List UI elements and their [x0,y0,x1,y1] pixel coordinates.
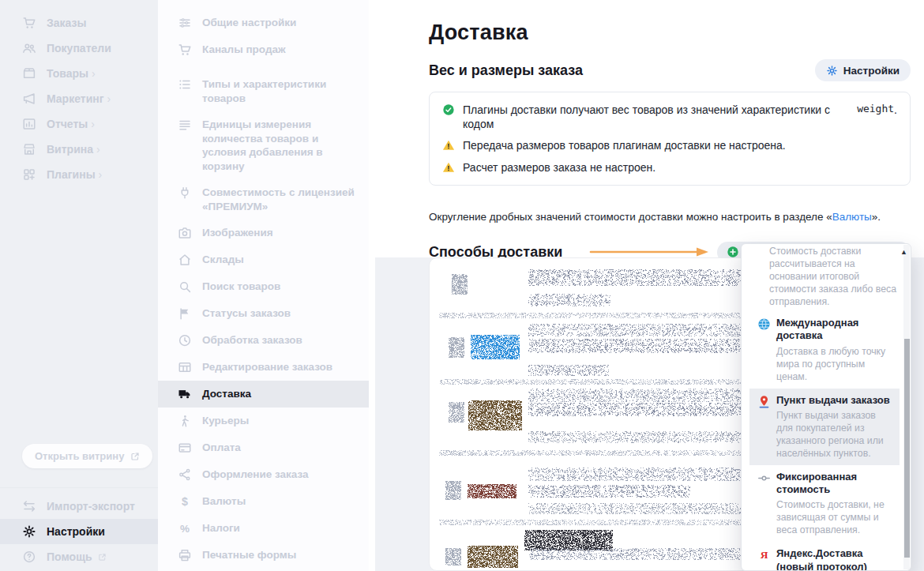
home-icon [178,253,192,267]
sidebar-item-marketing[interactable]: Маркетинг › [0,86,158,111]
question-icon [22,550,36,564]
rounding-note: Округление дробных значений стоимости до… [429,211,911,223]
page-title: Доставка [429,21,911,45]
open-storefront-button[interactable]: Открыть витрину [22,444,152,468]
megaphone-icon [22,92,36,106]
dropdown-item-desc: Пункт выдачи заказов для покупателей из … [776,409,892,460]
sidebar-item-import-export[interactable]: Импорт-экспорт [0,494,158,519]
dropdown-scrollbar-thumb[interactable] [904,339,910,558]
flag-icon [178,306,192,321]
settings-menu-item-label: Типы и характеристики товаров [202,77,355,105]
open-storefront-label: Открыть витрину [35,450,124,462]
dropdown-item-title: Яндекс.Доставка (новый протокол) [776,547,892,571]
sidebar-item-help[interactable]: Помощь [0,544,158,569]
clock-icon [178,333,192,347]
dropdown-item-yandex-delivery[interactable]: Яндекс.Доставка (новый протокол) Расчёт … [749,542,900,571]
camera-icon [178,226,192,240]
settings-menu-item-payment[interactable]: Оплата [158,434,369,461]
settings-menu-item-product-types[interactable]: Типы и характеристики товаров [158,71,369,111]
settings-menu-item-images[interactable]: Изображения [158,220,369,246]
check-circle-icon [442,103,455,116]
dropdown-item-title: Международная доставка [776,317,892,343]
status-message-code: weight [857,103,894,116]
settings-menu-item-order-statuses[interactable]: Статусы заказов [158,300,369,327]
dropdown-item-international[interactable]: Международная доставка Доставка в любую … [749,311,900,389]
external-link-icon [130,452,140,461]
chevron-right-icon: › [107,93,111,104]
settings-menu-panel: Общие настройки Каналы продаж Типы и хар… [158,0,369,571]
settings-menu-item-label: Оформление заказа [202,468,309,482]
settings-menu-item-currencies[interactable]: Валюты [158,488,369,515]
settings-menu-item-label: Склады [202,253,244,267]
globe-icon [757,317,771,331]
scrolled-item-description: Стоимость доставки рассчитывается на осн… [749,245,900,311]
sidebar-item-label: Покупатели [47,42,111,54]
listul-icon [178,77,192,92]
plugin-icon [22,167,36,182]
settings-menu-item-warehouses[interactable]: Склады [158,246,369,273]
chevron-right-icon: › [92,68,96,79]
sidebar-item-label: Маркетинг [47,92,104,105]
settings-menu-item-taxes[interactable]: Налоги [158,515,369,542]
settings-menu-item-checkout[interactable]: Оформление заказа [158,461,369,488]
settings-menu-item-couriers[interactable]: Курьеры [158,408,369,434]
sidebar-item-label: Плагины [47,168,96,181]
settings-menu-item-units[interactable]: Единицы измерения количества товаров и у… [158,111,369,179]
settings-menu-item-label: Курьеры [202,414,249,428]
add-shipping-method-dropdown: Стоимость доставки рассчитывается на осн… [741,243,911,571]
percent-icon [178,521,192,535]
settings-menu-item-sales-channels[interactable]: Каналы продаж [158,36,369,63]
settings-menu-item-label: Совместимость с лицензией «ПРЕМИУМ» [202,186,355,213]
status-message-text: Плагины доставки получают вес товаров из… [463,103,853,131]
gear-icon [826,65,838,77]
flow-icon [178,468,192,482]
status-message-text: Передача размеров товаров плагинам доста… [463,138,786,152]
settings-menu-item-label: Обработка заказов [202,333,302,347]
settings-menu-item-order-editing[interactable]: Редактирование заказов [158,354,369,381]
settings-menu-item-premium-compat[interactable]: Совместимость с лицензией «ПРЕМИУМ» [158,179,369,220]
main-content: Доставка Вес и размеры заказа Настройки … [375,0,924,571]
dollar-icon [178,494,192,509]
scroll-up-icon[interactable]: ▲ [900,249,907,256]
sidebar-item-reports[interactable]: Отчеты › [0,111,158,137]
settings-menu-item-label: Оплата [202,441,241,455]
dropdown-item-pickup-point[interactable]: Пункт выдачи заказов Пункт выдачи заказо… [749,389,900,465]
sidebar-item-plugins[interactable]: Плагины › [0,162,158,187]
plus-circle-icon [727,246,739,258]
settings-menu-item-order-processing[interactable]: Обработка заказов [158,327,369,354]
sidebar-item-settings[interactable]: Настройки [0,519,158,544]
settings-menu-item-general[interactable]: Общие настройки [158,9,369,36]
status-message: Передача размеров товаров плагинам доста… [442,138,897,152]
currencies-link[interactable]: Валюты [832,211,872,223]
status-message: Расчет размеров заказа не настроен. [442,160,897,175]
settings-menu-item-label: Общие настройки [202,16,296,30]
store-icon [22,142,36,156]
settings-menu-item-label: Редактирование заказов [202,360,332,374]
card-icon [178,441,192,455]
weight-settings-button[interactable]: Настройки [815,59,911,81]
search-icon [178,280,192,294]
settings-menu-item-print-forms[interactable]: Печатные формы [158,542,369,569]
settings-menu-item-label: Единицы измерения количества товаров и у… [202,118,355,173]
plug-icon [178,186,192,200]
warning-triangle-icon [442,139,455,152]
sidebar-item-label: Отчеты [47,118,88,130]
weight-section-heading: Вес и размеры заказа [429,62,583,79]
gear-icon [22,524,36,539]
sidebar-item-label: Витрина [47,143,93,156]
settings-menu-item-shipping[interactable]: Доставка [158,381,369,408]
swap-icon [22,499,36,513]
main-sidebar: Заказы Покупатели Товары › Маркетинг › О… [0,0,158,571]
sidebar-item-storefront[interactable]: Витрина › [0,137,158,162]
chevron-right-icon: › [96,144,100,155]
settings-menu-item-product-search[interactable]: Поиск товаров [158,273,369,300]
sidebar-item-customers[interactable]: Покупатели [0,36,158,61]
dropdown-item-fixed-cost[interactable]: Фиксированная стоимость Стоимость достав… [749,465,900,543]
sidebar-item-products[interactable]: Товары › [0,61,158,86]
cart-icon [178,43,192,57]
sidebar-item-label: Заказы [47,17,86,29]
sliders-icon [178,16,192,30]
sidebar-item-orders[interactable]: Заказы [0,10,158,36]
sidebar-item-label: Импорт-экспорт [47,500,135,513]
settings-menu-item-label: Налоги [202,521,240,535]
